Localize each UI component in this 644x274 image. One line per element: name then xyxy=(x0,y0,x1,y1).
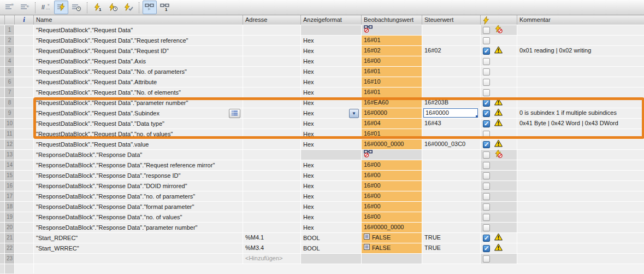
monitor-value-cell[interactable]: 16#01 xyxy=(362,129,422,139)
address-column-header[interactable]: Adresse xyxy=(243,15,301,25)
row-number[interactable]: 8 xyxy=(5,98,15,108)
name-cell[interactable] xyxy=(34,254,243,264)
modify-checkbox[interactable] xyxy=(483,120,490,127)
modify-value-cell[interactable] xyxy=(422,181,481,191)
monitor-value-cell[interactable]: 16#01 xyxy=(362,36,422,46)
name-column-header[interactable]: Name xyxy=(34,15,243,25)
name-cell[interactable]: "RequestDataBlock"."Request Data"."Reque… xyxy=(34,46,243,56)
modify-value-cell[interactable] xyxy=(422,88,481,98)
modify-value-input[interactable]: 16#0000 xyxy=(423,108,478,118)
monitor-value-cell[interactable] xyxy=(362,254,422,264)
modify-value-cell[interactable] xyxy=(422,212,481,223)
modify-checkbox[interactable] xyxy=(483,79,490,86)
row-number[interactable]: 23 xyxy=(5,254,15,264)
monitor-value-cell[interactable]: 16#00 xyxy=(362,171,422,181)
address-cell[interactable] xyxy=(243,67,301,77)
modify-checkbox[interactable] xyxy=(483,89,490,96)
name-cell[interactable]: "RequestDataBlock"."Request Data"."no. o… xyxy=(34,129,243,139)
monitor-value-cell[interactable]: FALSE xyxy=(362,233,422,243)
address-cell[interactable] xyxy=(243,223,301,233)
advanced-settings-button[interactable] xyxy=(69,1,84,14)
symbol-list-button[interactable] xyxy=(229,109,240,118)
address-cell[interactable] xyxy=(243,36,301,46)
display-format-cell[interactable]: Hex xyxy=(301,129,362,139)
display-format-cell[interactable]: Hex xyxy=(301,67,362,77)
row-number[interactable]: 12 xyxy=(5,139,15,150)
display-format-cell[interactable]: Hex xyxy=(301,119,362,129)
comment-cell[interactable] xyxy=(517,129,644,139)
row-number[interactable]: 11 xyxy=(5,129,15,139)
modify-value-cell[interactable]: 16#0000 xyxy=(422,108,481,119)
show-modify-columns-button[interactable] xyxy=(54,1,68,14)
name-cell[interactable]: "RequestDataBlock"."Request Data".Attrib… xyxy=(34,77,243,88)
name-cell[interactable]: "ResponseDataBlock"."Response Data" xyxy=(34,150,243,160)
modify-checkbox[interactable] xyxy=(483,245,490,252)
display-format-cell[interactable]: Hex xyxy=(301,77,362,88)
display-format-cell[interactable]: Hex xyxy=(301,98,362,108)
info-column-header[interactable]: i xyxy=(15,15,34,25)
modify-checkbox[interactable] xyxy=(483,224,490,231)
name-cell[interactable]: "Start_RDREC" xyxy=(34,233,243,243)
name-cell[interactable]: "RequestDataBlock"."Request Data" xyxy=(34,25,243,36)
display-format-cell[interactable]: Hex xyxy=(301,36,362,46)
comment-cell[interactable] xyxy=(517,98,644,108)
add-row-button[interactable]: ✳ xyxy=(17,1,32,14)
name-cell[interactable]: "RequestDataBlock"."Request Data".Subind… xyxy=(34,108,243,119)
monitor-value-cell[interactable]: FALSE xyxy=(362,243,422,254)
address-cell[interactable] xyxy=(243,88,301,98)
comment-cell[interactable] xyxy=(517,88,644,98)
expanded-mode-button[interactable]: II...✳ xyxy=(39,1,53,14)
comment-cell[interactable]: 0 is subindex 1 if multiple subindices xyxy=(517,108,644,119)
comment-cell[interactable] xyxy=(517,191,644,202)
row-number[interactable]: 2 xyxy=(5,36,15,46)
monitor-value-cell[interactable] xyxy=(362,25,422,36)
monitor-value-cell[interactable]: 16#02 xyxy=(362,46,422,56)
modify-checkbox[interactable] xyxy=(483,193,490,200)
monitor-value-cell[interactable]: 16#00 xyxy=(362,202,422,212)
address-cell[interactable] xyxy=(243,129,301,139)
address-cell[interactable] xyxy=(243,181,301,191)
name-cell[interactable]: "ResponseDataBlock"."Response Data"."for… xyxy=(34,202,243,212)
name-cell[interactable]: "RequestDataBlock"."Request Data".Axis xyxy=(34,56,243,67)
comment-cell[interactable] xyxy=(517,77,644,88)
modify-checkbox[interactable] xyxy=(483,100,490,107)
monitor-value-cell[interactable]: 16#00 xyxy=(362,212,422,223)
display-format-cell[interactable]: BOOL xyxy=(301,233,362,243)
name-cell[interactable]: "RequestDataBlock"."Request Data".value xyxy=(34,139,243,150)
monitor-value-cell[interactable]: 16#00 xyxy=(362,160,422,171)
address-cell[interactable] xyxy=(243,25,301,36)
name-cell[interactable]: "ResponseDataBlock"."Response Data"."Req… xyxy=(34,160,243,171)
display-format-cell[interactable]: Hex ▼ xyxy=(301,108,362,119)
monitor-value-cell[interactable]: 16#0000_0000 xyxy=(362,223,422,233)
name-cell[interactable]: "Start_WRREC" xyxy=(34,243,243,254)
row-number[interactable]: 16 xyxy=(5,181,15,191)
modify-checkbox[interactable] xyxy=(483,110,490,117)
comment-cell[interactable] xyxy=(517,171,644,181)
comment-cell[interactable] xyxy=(517,243,644,254)
comment-cell[interactable] xyxy=(517,25,644,36)
modify-with-trigger-button[interactable] xyxy=(106,1,120,14)
modify-value-cell[interactable] xyxy=(422,171,481,181)
monitor-value-cell[interactable]: 16#00 xyxy=(362,181,422,191)
modify-checkbox[interactable] xyxy=(483,141,490,148)
comment-cell[interactable] xyxy=(517,36,644,46)
display-format-cell[interactable]: Hex xyxy=(301,191,362,202)
row-number[interactable]: 7 xyxy=(5,88,15,98)
monitor-value-cell[interactable]: 16#00 xyxy=(362,191,422,202)
display-format-column-header[interactable]: Anzeigeformat xyxy=(301,15,362,25)
modify-checkbox[interactable] xyxy=(483,172,490,179)
row-number[interactable]: 6 xyxy=(5,77,15,88)
row-number[interactable]: 17 xyxy=(5,191,15,202)
modify-value-cell[interactable] xyxy=(422,191,481,202)
monitor-value-cell[interactable]: 16#10 xyxy=(362,77,422,88)
address-cell[interactable]: %M3.4 xyxy=(243,243,301,254)
monitor-value-cell[interactable]: 16#01 xyxy=(362,88,422,98)
comment-cell[interactable] xyxy=(517,233,644,243)
comment-column-header[interactable]: Kommentar xyxy=(517,15,644,25)
fill-handle[interactable] xyxy=(476,115,478,118)
row-number[interactable]: 20 xyxy=(5,223,15,233)
monitor-value-column-header[interactable]: Beobachtungswert xyxy=(362,15,422,25)
comment-cell[interactable]: 0x41 Byte | 0x42 Word | 0x43 DWord xyxy=(517,119,644,129)
address-cell[interactable] xyxy=(243,191,301,202)
display-format-cell[interactable] xyxy=(301,254,362,264)
